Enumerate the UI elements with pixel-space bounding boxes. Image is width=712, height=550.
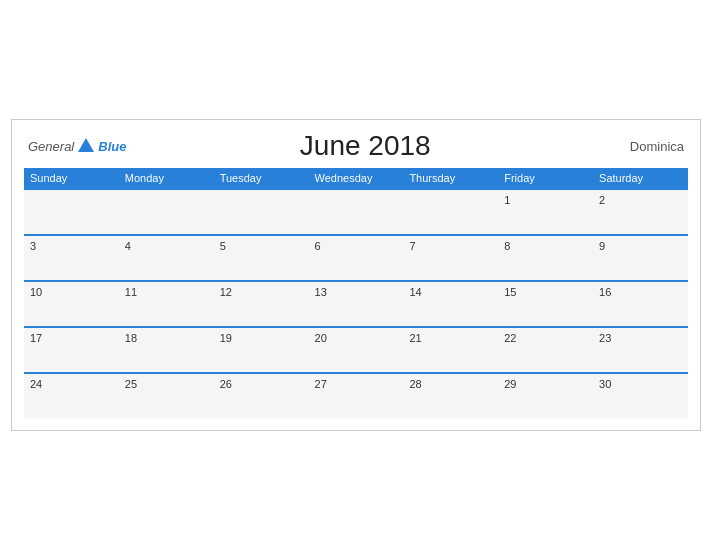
day-of-week-header: Wednesday <box>309 168 404 189</box>
day-number: 17 <box>30 332 42 344</box>
day-of-week-header: Monday <box>119 168 214 189</box>
calendar-body: 1234567891011121314151617181920212223242… <box>24 189 688 418</box>
day-number: 2 <box>599 194 605 206</box>
day-number: 1 <box>504 194 510 206</box>
day-number: 19 <box>220 332 232 344</box>
day-of-week-header: Tuesday <box>214 168 309 189</box>
calendar-day-cell: 10 <box>24 281 119 327</box>
day-number: 13 <box>315 286 327 298</box>
day-of-week-header: Friday <box>498 168 593 189</box>
calendar-day-cell: 14 <box>403 281 498 327</box>
logo-blue-text: Blue <box>98 139 126 154</box>
day-number: 27 <box>315 378 327 390</box>
calendar-week-row: 24252627282930 <box>24 373 688 418</box>
calendar-week-row: 17181920212223 <box>24 327 688 373</box>
svg-marker-0 <box>78 138 94 152</box>
day-number: 14 <box>409 286 421 298</box>
calendar-day-cell: 15 <box>498 281 593 327</box>
calendar-day-cell: 17 <box>24 327 119 373</box>
calendar-header-row: SundayMondayTuesdayWednesdayThursdayFrid… <box>24 168 688 189</box>
calendar-day-cell: 21 <box>403 327 498 373</box>
calendar-week-row: 10111213141516 <box>24 281 688 327</box>
calendar-day-cell: 19 <box>214 327 309 373</box>
calendar-day-cell: 8 <box>498 235 593 281</box>
calendar-day-cell: 4 <box>119 235 214 281</box>
calendar-day-cell: 18 <box>119 327 214 373</box>
calendar-table: SundayMondayTuesdayWednesdayThursdayFrid… <box>24 168 688 418</box>
day-of-week-header: Sunday <box>24 168 119 189</box>
calendar-day-cell: 5 <box>214 235 309 281</box>
day-of-week-header: Thursday <box>403 168 498 189</box>
calendar-day-cell: 3 <box>24 235 119 281</box>
calendar-day-cell: 27 <box>309 373 404 418</box>
day-number: 22 <box>504 332 516 344</box>
country-label: Dominica <box>604 139 684 154</box>
day-number: 15 <box>504 286 516 298</box>
calendar-day-cell: 7 <box>403 235 498 281</box>
calendar-day-cell: 29 <box>498 373 593 418</box>
day-number: 21 <box>409 332 421 344</box>
day-number: 23 <box>599 332 611 344</box>
calendar-container: General Blue June 2018 Dominica SundayMo… <box>11 119 701 431</box>
logo: General Blue <box>28 136 126 156</box>
calendar-day-cell: 2 <box>593 189 688 235</box>
day-number: 18 <box>125 332 137 344</box>
calendar-day-cell <box>119 189 214 235</box>
calendar-day-cell: 28 <box>403 373 498 418</box>
day-number: 20 <box>315 332 327 344</box>
calendar-day-cell <box>403 189 498 235</box>
day-number: 4 <box>125 240 131 252</box>
calendar-day-cell: 22 <box>498 327 593 373</box>
calendar-day-cell: 26 <box>214 373 309 418</box>
calendar-day-cell: 9 <box>593 235 688 281</box>
day-number: 28 <box>409 378 421 390</box>
calendar-day-cell: 25 <box>119 373 214 418</box>
calendar-day-cell: 20 <box>309 327 404 373</box>
day-number: 9 <box>599 240 605 252</box>
day-number: 26 <box>220 378 232 390</box>
calendar-day-cell: 1 <box>498 189 593 235</box>
day-number: 8 <box>504 240 510 252</box>
day-number: 3 <box>30 240 36 252</box>
calendar-day-cell: 24 <box>24 373 119 418</box>
calendar-day-cell: 6 <box>309 235 404 281</box>
day-number: 6 <box>315 240 321 252</box>
days-of-week-row: SundayMondayTuesdayWednesdayThursdayFrid… <box>24 168 688 189</box>
calendar-week-row: 3456789 <box>24 235 688 281</box>
calendar-day-cell <box>309 189 404 235</box>
day-number: 16 <box>599 286 611 298</box>
day-number: 29 <box>504 378 516 390</box>
calendar-week-row: 12 <box>24 189 688 235</box>
calendar-day-cell: 13 <box>309 281 404 327</box>
logo-icon <box>76 136 96 156</box>
day-number: 30 <box>599 378 611 390</box>
day-number: 24 <box>30 378 42 390</box>
calendar-header: General Blue June 2018 Dominica <box>24 130 688 162</box>
day-number: 5 <box>220 240 226 252</box>
day-number: 10 <box>30 286 42 298</box>
calendar-day-cell: 12 <box>214 281 309 327</box>
day-number: 12 <box>220 286 232 298</box>
calendar-day-cell: 16 <box>593 281 688 327</box>
calendar-day-cell: 30 <box>593 373 688 418</box>
day-of-week-header: Saturday <box>593 168 688 189</box>
calendar-day-cell: 11 <box>119 281 214 327</box>
day-number: 25 <box>125 378 137 390</box>
calendar-day-cell <box>214 189 309 235</box>
calendar-day-cell <box>24 189 119 235</box>
logo-general-text: General <box>28 139 74 154</box>
day-number: 11 <box>125 286 137 298</box>
month-title: June 2018 <box>126 130 604 162</box>
day-number: 7 <box>409 240 415 252</box>
calendar-day-cell: 23 <box>593 327 688 373</box>
